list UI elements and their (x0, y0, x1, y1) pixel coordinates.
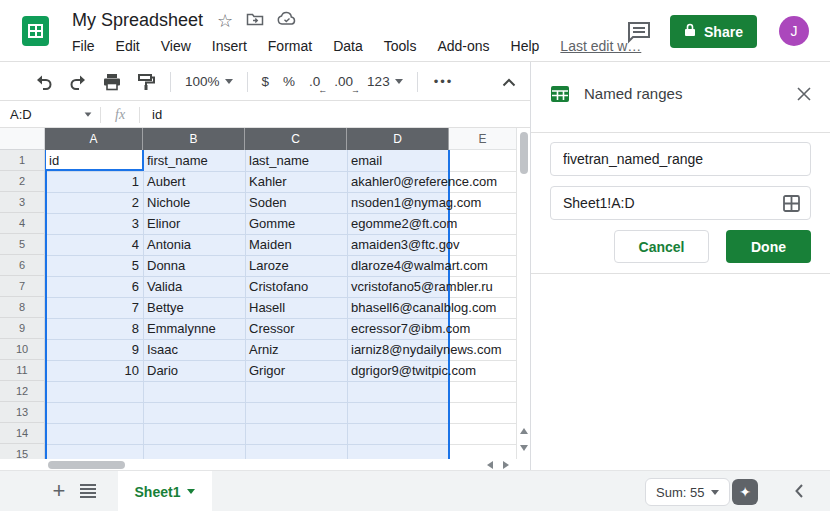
cell[interactable]: first_name (143, 150, 245, 171)
cell[interactable]: Soden (245, 192, 347, 213)
cell[interactable]: Cressor (245, 318, 347, 339)
cell[interactable]: vcristofano5@rambler.ru (347, 276, 449, 297)
cell[interactable]: 5 (45, 255, 143, 276)
cell[interactable]: 3 (45, 213, 143, 234)
range-name-input[interactable] (550, 142, 811, 176)
cell[interactable]: dgrigor9@twitpic.com (347, 360, 449, 381)
cell[interactable]: 10 (45, 360, 143, 381)
row-header-13[interactable]: 13 (0, 402, 45, 423)
redo-icon[interactable] (68, 72, 88, 92)
scroll-down-icon[interactable] (520, 445, 528, 451)
chevron-left-icon[interactable] (794, 483, 804, 503)
more-toolbar-button[interactable]: ••• (434, 74, 454, 89)
cell[interactable]: Laroze (245, 255, 347, 276)
cell[interactable]: 6 (45, 276, 143, 297)
row-header-14[interactable]: 14 (0, 423, 45, 444)
menu-file[interactable]: File (72, 38, 95, 54)
number-format-button[interactable]: 123 (367, 74, 403, 89)
done-button[interactable]: Done (726, 230, 811, 263)
cell[interactable]: Gomme (245, 213, 347, 234)
cell[interactable]: bhasell6@canalblog.com (347, 297, 449, 318)
menu-tools[interactable]: Tools (384, 38, 417, 54)
sheets-logo-icon[interactable] (22, 16, 49, 46)
increase-decimal-button[interactable]: .00→ (334, 74, 353, 89)
cell[interactable]: 4 (45, 234, 143, 255)
cell[interactable]: dlaroze4@walmart.com (347, 255, 449, 276)
column-header-A[interactable]: A (45, 128, 143, 150)
column-header-C[interactable]: C (245, 128, 347, 150)
cell[interactable]: Grigor (245, 360, 347, 381)
cell[interactable]: Kahler (245, 171, 347, 192)
cell[interactable]: iarniz8@nydailynews.com (347, 339, 449, 360)
add-sheet-button[interactable]: + (46, 478, 72, 504)
sum-indicator[interactable]: Sum: 55 (645, 478, 730, 506)
select-data-range-icon[interactable] (783, 195, 800, 216)
name-box[interactable]: A:D (0, 107, 100, 122)
cell[interactable]: id (45, 150, 143, 171)
spreadsheet-grid[interactable]: ABCDE 123456789101112131415 idfirst_name… (0, 128, 530, 459)
decrease-decimal-button[interactable]: .0← (309, 74, 320, 89)
cell[interactable]: Dario (143, 360, 245, 381)
cell[interactable]: akahler0@reference.com (347, 171, 449, 192)
cell[interactable]: Nichole (143, 192, 245, 213)
all-sheets-menu-icon[interactable] (80, 484, 96, 498)
scroll-right-icon[interactable] (503, 461, 509, 469)
share-button[interactable]: Share (670, 15, 757, 48)
cancel-button[interactable]: Cancel (614, 230, 709, 263)
menu-view[interactable]: View (161, 38, 191, 54)
paint-format-icon[interactable] (136, 72, 156, 92)
select-all-corner[interactable] (0, 128, 45, 150)
formula-input[interactable]: id (140, 107, 162, 122)
cell[interactable]: Donna (143, 255, 245, 276)
avatar[interactable]: J (779, 16, 809, 46)
cell[interactable]: Aubert (143, 171, 245, 192)
cell[interactable]: last_name (245, 150, 347, 171)
menu-edit[interactable]: Edit (116, 38, 140, 54)
comments-icon[interactable] (626, 19, 652, 45)
column-header-B[interactable]: B (143, 128, 245, 150)
print-icon[interactable] (102, 72, 122, 92)
cell[interactable]: Hasell (245, 297, 347, 318)
cell[interactable]: Valida (143, 276, 245, 297)
scroll-up-icon[interactable] (520, 428, 528, 434)
cell[interactable]: email (347, 150, 449, 171)
cell[interactable]: 9 (45, 339, 143, 360)
document-title[interactable]: My Spreadsheet (72, 10, 203, 31)
menu-format[interactable]: Format (268, 38, 312, 54)
horizontal-scrollbar[interactable] (0, 459, 530, 470)
column-header-D[interactable]: D (347, 128, 449, 150)
cell[interactable]: Bettye (143, 297, 245, 318)
menu-insert[interactable]: Insert (212, 38, 247, 54)
explore-button[interactable]: ✦ (732, 479, 758, 505)
range-reference-input[interactable] (550, 186, 811, 220)
format-currency-button[interactable]: $ (262, 74, 270, 89)
cell[interactable]: Isaac (143, 339, 245, 360)
cell[interactable]: egomme2@ft.com (347, 213, 449, 234)
cell[interactable]: 1 (45, 171, 143, 192)
row-header-12[interactable]: 12 (0, 381, 45, 402)
vertical-scrollbar[interactable] (518, 128, 530, 459)
star-icon[interactable]: ☆ (217, 12, 233, 30)
cell[interactable]: 8 (45, 318, 143, 339)
menu-data[interactable]: Data (333, 38, 363, 54)
cell[interactable]: 2 (45, 192, 143, 213)
row-header-15[interactable]: 15 (0, 444, 45, 459)
format-percent-button[interactable]: % (283, 74, 295, 89)
cell[interactable]: Maiden (245, 234, 347, 255)
close-icon[interactable] (794, 84, 814, 104)
cell[interactable]: nsoden1@nymag.com (347, 192, 449, 213)
cell[interactable]: ecressor7@ibm.com (347, 318, 449, 339)
vertical-scrollbar-thumb[interactable] (520, 132, 528, 174)
hide-menus-icon[interactable] (502, 74, 516, 90)
cell[interactable]: Arniz (245, 339, 347, 360)
sheet-tab-sheet1[interactable]: Sheet1 (118, 471, 212, 511)
menu-help[interactable]: Help (511, 38, 540, 54)
undo-icon[interactable] (34, 72, 54, 92)
cell[interactable]: Emmalynne (143, 318, 245, 339)
cell[interactable]: Elinor (143, 213, 245, 234)
cell[interactable]: 7 (45, 297, 143, 318)
cell[interactable]: Antonia (143, 234, 245, 255)
column-header-E[interactable]: E (449, 128, 517, 150)
cell[interactable]: amaiden3@ftc.gov (347, 234, 449, 255)
cell[interactable]: Cristofano (245, 276, 347, 297)
